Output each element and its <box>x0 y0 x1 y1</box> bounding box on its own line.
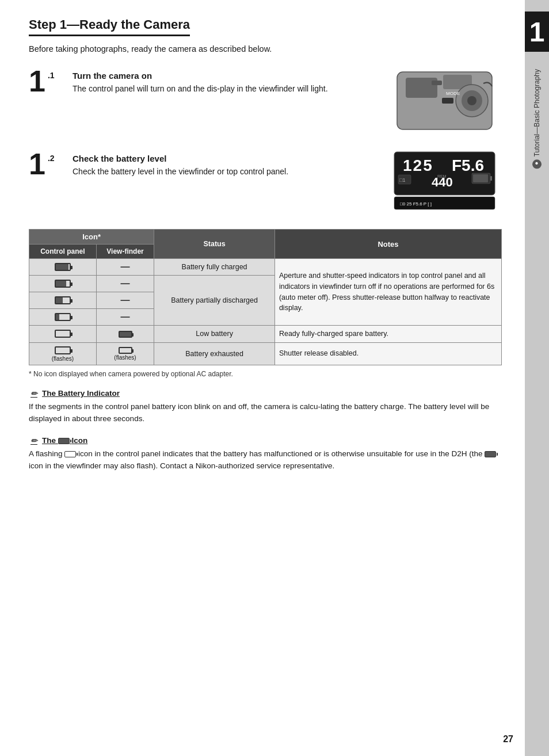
step-1-content: Turn the camera on The control panel wil… <box>73 66 378 135</box>
svg-rect-6 <box>432 81 442 85</box>
flash-label-viewfinder: (flashes) <box>114 354 136 361</box>
table-header-viewfinder: View-finder <box>96 245 154 259</box>
icon-section-body: A flashing icon in the control panel ind… <box>29 448 502 472</box>
step-number-area-2: 1 .2 <box>29 149 63 215</box>
inline-battery-icon-2 <box>485 451 496 457</box>
table-footnote: * No icon displayed when camera powered … <box>29 370 502 378</box>
icon-control-low <box>29 326 97 343</box>
step-1-2-section: 1 .2 Check the battery level Check the b… <box>29 149 502 215</box>
step-2-heading: Check the battery level <box>73 154 378 163</box>
svg-text:MODE: MODE <box>446 91 460 96</box>
icon-control-exhausted: (flashes) <box>29 342 97 365</box>
svg-rect-18 <box>490 176 492 181</box>
status-partially-discharged: Battery partially discharged <box>154 276 275 326</box>
icon-viewfinder-dash-4: — <box>96 309 154 326</box>
table-row: — Battery fully charged Aperture and shu… <box>29 259 502 276</box>
page-container: Step 1—Ready the Camera Before taking ph… <box>0 0 549 756</box>
svg-text:□1: □1 <box>399 177 405 183</box>
step-sub-2: .2 <box>48 154 55 163</box>
step-1-heading: Turn the camera on <box>73 71 378 81</box>
notes-exhausted: Shutter release disabled. <box>274 342 501 365</box>
step-sub-1: .1 <box>48 71 55 80</box>
icon-viewfinder-exhausted: (flashes) <box>96 342 154 365</box>
battery-1-icon <box>55 313 71 321</box>
svg-text:125: 125 <box>403 156 433 174</box>
inline-battery-icon-1 <box>64 451 76 457</box>
step-number-area-1: 1 .1 <box>29 66 63 135</box>
status-low-battery: Low battery <box>154 326 275 343</box>
note-icon-1: ✏ <box>29 388 39 399</box>
svg-text:□0  25  F5.6 P  [    ]: □0 25 F5.6 P [ ] <box>400 201 432 207</box>
page-title: Step 1—Ready the Camera <box>29 17 190 36</box>
chapter-number: 1 <box>525 12 549 52</box>
camera-top-view-svg: MODE <box>391 66 498 135</box>
step-1-body: The control panel will turn on and the d… <box>73 83 378 96</box>
step-2-image: 125 F5.6 □1 REM 440 □0 25 F5.6 P [ ] <box>387 149 502 215</box>
status-fully-charged: Battery fully charged <box>154 259 275 276</box>
svg-point-5 <box>467 96 476 105</box>
icon-section-title: ✏ The Icon <box>29 436 502 446</box>
sidebar-icon: ● <box>532 159 542 169</box>
viewfinder-low-icon <box>119 331 132 338</box>
viewfinder-flash-icon <box>119 347 132 354</box>
svg-rect-17 <box>473 174 488 182</box>
right-sidebar: 1 ● Tutorial—Basic Photography <box>525 0 549 756</box>
battery-indicator-body: If the segments in the control panel bat… <box>29 401 502 425</box>
icon-viewfinder-dash-3: — <box>96 292 154 309</box>
flash-label-control: (flashes) <box>52 356 74 362</box>
icon-control-2 <box>29 292 97 309</box>
battery-flash-icon <box>55 346 71 354</box>
icon-section: ✏ The Icon A flashing icon in the contro… <box>29 436 502 472</box>
battery-2-icon <box>55 296 71 304</box>
status-exhausted: Battery exhausted <box>154 342 275 365</box>
battery-full-icon <box>55 263 71 271</box>
step-2-body: Check the battery level in the viewfinde… <box>73 166 378 178</box>
table-header-status: Status <box>154 230 275 259</box>
icon-control-full <box>29 259 97 276</box>
notes-cell-main: Aperture and shutter-speed indicators in… <box>274 259 501 326</box>
step-big-number-2: 1 <box>29 149 45 179</box>
notes-low-battery: Ready fully-charged spare battery. <box>274 326 501 343</box>
icon-viewfinder-low <box>96 326 154 343</box>
svg-rect-8 <box>442 98 453 104</box>
battery-table: Icon* Status Notes Control panel View-fi… <box>29 229 502 365</box>
step-2-content: Check the battery level Check the batter… <box>73 149 378 215</box>
icon-viewfinder-dash-2: — <box>96 276 154 292</box>
control-panel-svg: 125 F5.6 □1 REM 440 □0 25 F5.6 P [ ] <box>391 149 498 215</box>
battery-3-icon <box>55 280 71 288</box>
table-header-icon: Icon* <box>29 230 154 245</box>
battery-low-icon <box>55 330 71 338</box>
step-1-1-section: 1 .1 Turn the camera on The control pane… <box>29 66 502 135</box>
icon-viewfinder-dash: — <box>96 259 154 276</box>
table-row: (flashes) (flashes) Battery exhausted Sh… <box>29 342 502 365</box>
inline-battery-icon-title <box>58 438 70 444</box>
main-content: Step 1—Ready the Camera Before taking ph… <box>0 0 525 756</box>
sidebar-label: ● Tutorial—Basic Photography <box>532 69 542 169</box>
icon-control-3 <box>29 276 97 292</box>
note-icon-2: ✏ <box>29 436 39 446</box>
battery-indicator-section: ✏ The Battery Indicator If the segments … <box>29 388 502 425</box>
table-row: Low battery Ready fully-charged spare ba… <box>29 326 502 343</box>
page-number: 27 <box>503 734 513 744</box>
table-header-notes: Notes <box>274 230 501 259</box>
step-big-number-1: 1 <box>29 66 45 96</box>
svg-text:440: 440 <box>432 175 453 189</box>
icon-control-1 <box>29 309 97 326</box>
svg-text:F5.6: F5.6 <box>452 156 484 174</box>
table-header-control: Control panel <box>29 245 97 259</box>
intro-text: Before taking photographs, ready the cam… <box>29 44 502 54</box>
step-1-image: MODE <box>387 66 502 135</box>
battery-indicator-title: ✏ The Battery Indicator <box>29 388 502 399</box>
